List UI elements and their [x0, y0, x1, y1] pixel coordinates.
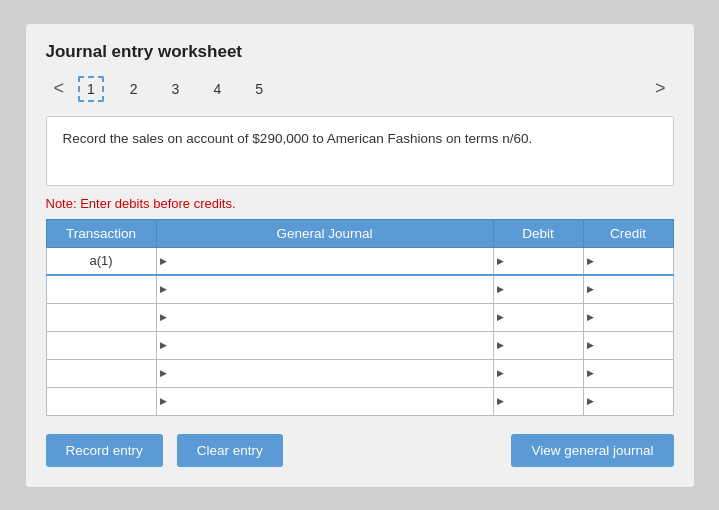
header-debit: Debit — [493, 219, 583, 247]
credit-input-cell-4[interactable] — [583, 331, 673, 359]
journal-input-2[interactable] — [159, 276, 491, 303]
table-row — [46, 387, 673, 415]
credit-input-4[interactable] — [586, 332, 671, 359]
buttons-row: Record entry Clear entry View general jo… — [46, 434, 674, 467]
instruction-text: Record the sales on account of $290,000 … — [63, 131, 533, 146]
credit-input-5[interactable] — [586, 360, 671, 387]
next-page-button[interactable]: > — [647, 76, 674, 101]
worksheet-container: Journal entry worksheet < 1 2 3 4 5 > Re… — [25, 23, 695, 488]
debit-input-cell-1[interactable] — [493, 247, 583, 275]
credit-input-cell-5[interactable] — [583, 359, 673, 387]
credit-input-cell-6[interactable] — [583, 387, 673, 415]
credit-input-cell-3[interactable] — [583, 303, 673, 331]
transaction-cell-5 — [46, 359, 156, 387]
view-general-journal-button[interactable]: View general journal — [511, 434, 673, 467]
credit-input-2[interactable] — [586, 276, 671, 303]
journal-table: Transaction General Journal Debit Credit… — [46, 219, 674, 416]
note-text: Note: Enter debits before credits. — [46, 196, 674, 211]
debit-input-cell-6[interactable] — [493, 387, 583, 415]
table-row — [46, 303, 673, 331]
page-4[interactable]: 4 — [205, 77, 229, 101]
journal-input-cell-6[interactable] — [156, 387, 493, 415]
debit-input-cell-5[interactable] — [493, 359, 583, 387]
journal-input-5[interactable] — [159, 360, 491, 387]
journal-input-cell-3[interactable] — [156, 303, 493, 331]
debit-input-2[interactable] — [496, 276, 581, 303]
debit-input-3[interactable] — [496, 304, 581, 331]
table-row — [46, 275, 673, 303]
debit-input-cell-4[interactable] — [493, 331, 583, 359]
header-credit: Credit — [583, 219, 673, 247]
journal-input-1[interactable] — [159, 248, 491, 275]
page-3[interactable]: 3 — [164, 77, 188, 101]
header-general-journal: General Journal — [156, 219, 493, 247]
credit-input-cell-2[interactable] — [583, 275, 673, 303]
journal-input-cell-5[interactable] — [156, 359, 493, 387]
record-entry-button[interactable]: Record entry — [46, 434, 163, 467]
transaction-cell-2 — [46, 275, 156, 303]
credit-input-1[interactable] — [586, 248, 671, 275]
journal-input-cell-2[interactable] — [156, 275, 493, 303]
debit-input-5[interactable] — [496, 360, 581, 387]
debit-input-4[interactable] — [496, 332, 581, 359]
journal-input-3[interactable] — [159, 304, 491, 331]
pagination-row: < 1 2 3 4 5 > — [46, 76, 674, 102]
page-numbers: 1 2 3 4 5 — [78, 76, 271, 102]
credit-input-cell-1[interactable] — [583, 247, 673, 275]
debit-input-cell-2[interactable] — [493, 275, 583, 303]
credit-input-6[interactable] — [586, 388, 671, 415]
debit-input-1[interactable] — [496, 248, 581, 275]
header-transaction: Transaction — [46, 219, 156, 247]
page-5[interactable]: 5 — [247, 77, 271, 101]
table-row — [46, 359, 673, 387]
journal-input-cell-1[interactable] — [156, 247, 493, 275]
page-title: Journal entry worksheet — [46, 42, 674, 62]
prev-page-button[interactable]: < — [46, 76, 73, 101]
journal-input-cell-4[interactable] — [156, 331, 493, 359]
journal-input-6[interactable] — [159, 388, 491, 415]
page-1[interactable]: 1 — [78, 76, 104, 102]
table-row: a(1) — [46, 247, 673, 275]
journal-input-4[interactable] — [159, 332, 491, 359]
instruction-box: Record the sales on account of $290,000 … — [46, 116, 674, 186]
debit-input-cell-3[interactable] — [493, 303, 583, 331]
page-2[interactable]: 2 — [122, 77, 146, 101]
transaction-cell-4 — [46, 331, 156, 359]
credit-input-3[interactable] — [586, 304, 671, 331]
clear-entry-button[interactable]: Clear entry — [177, 434, 283, 467]
table-row — [46, 331, 673, 359]
transaction-cell-1: a(1) — [46, 247, 156, 275]
transaction-cell-6 — [46, 387, 156, 415]
debit-input-6[interactable] — [496, 388, 581, 415]
transaction-cell-3 — [46, 303, 156, 331]
